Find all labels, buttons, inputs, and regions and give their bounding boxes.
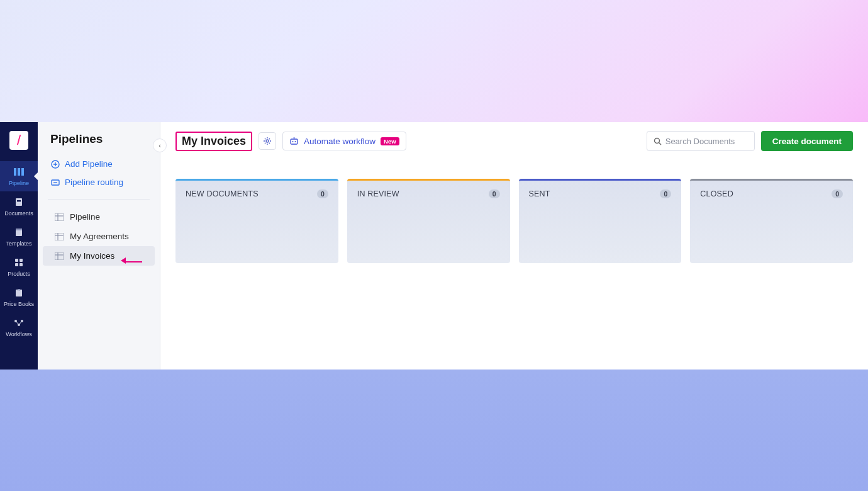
svg-rect-12	[16, 290, 22, 296]
gear-icon	[263, 137, 272, 145]
column-title: NEW DOCUMENTS	[186, 189, 259, 198]
link-label: Add Pipeline	[65, 159, 113, 169]
svg-rect-21	[55, 233, 64, 240]
nav-item-documents[interactable]: Documents	[0, 191, 38, 222]
column-count: 0	[317, 189, 328, 198]
svg-line-34	[659, 142, 661, 145]
column-new-documents[interactable]: NEW DOCUMENTS 0	[175, 179, 338, 263]
search-icon	[654, 137, 662, 145]
svg-rect-11	[19, 263, 23, 266]
svg-point-32	[294, 137, 294, 138]
templates-icon	[14, 227, 23, 238]
column-title: CLOSED	[700, 189, 733, 198]
svg-rect-28	[291, 139, 298, 144]
column-count: 0	[660, 189, 671, 198]
app-window: / Pipeline Documents Templates Products	[0, 122, 868, 370]
column-count: 0	[489, 189, 500, 198]
svg-rect-8	[15, 259, 18, 262]
background-gradient-bottom	[0, 370, 868, 491]
svg-rect-5	[17, 201, 21, 202]
nav-item-workflows[interactable]: Workflows	[0, 312, 38, 342]
nav-rail: / Pipeline Documents Templates Products	[0, 122, 38, 370]
sidebar-item-pipeline[interactable]: Pipeline	[43, 207, 155, 227]
app-logo[interactable]: /	[9, 131, 28, 150]
board-icon	[54, 233, 64, 240]
new-badge: New	[381, 137, 399, 145]
chevron-left-icon: ‹	[159, 142, 161, 149]
svg-point-33	[654, 138, 659, 143]
create-document-button[interactable]: Create document	[761, 131, 853, 151]
toolbar: My Invoices Automate workflow New	[175, 131, 853, 151]
sidebar-item-my-invoices[interactable]: My Invoices	[43, 246, 155, 266]
pipeline-icon	[14, 166, 24, 178]
add-pipeline-link[interactable]: Add Pipeline	[38, 155, 160, 173]
svg-point-27	[266, 140, 269, 142]
column-title: IN REVIEW	[357, 189, 399, 198]
column-closed[interactable]: CLOSED 0	[690, 179, 853, 263]
column-count: 0	[832, 189, 843, 198]
page-title: My Invoices	[182, 135, 246, 148]
svg-rect-0	[14, 168, 16, 176]
svg-rect-7	[16, 229, 22, 230]
robot-icon	[289, 137, 299, 145]
svg-rect-2	[21, 168, 24, 176]
svg-rect-1	[18, 168, 20, 176]
settings-button[interactable]	[259, 132, 276, 150]
column-in-review[interactable]: IN REVIEW 0	[347, 179, 510, 263]
nav-label: Templates	[6, 240, 31, 247]
nav-item-templates[interactable]: Templates	[0, 222, 38, 252]
sidebar-divider	[48, 199, 150, 200]
products-icon	[14, 257, 23, 268]
svg-rect-10	[15, 263, 18, 266]
nav-item-products[interactable]: Products	[0, 252, 38, 282]
collapse-sidebar-button[interactable]: ‹	[153, 138, 167, 152]
nav-item-price-books[interactable]: Price Books	[0, 282, 38, 312]
pipeline-routing-link[interactable]: Pipeline routing	[38, 173, 160, 191]
main-content: My Invoices Automate workflow New	[160, 122, 868, 370]
sidebar-item-label: My Invoices	[70, 251, 114, 261]
kanban-board: NEW DOCUMENTS 0 IN REVIEW 0 SENT 0 CLOSE…	[175, 179, 853, 263]
documents-icon	[14, 196, 23, 208]
link-label: Pipeline routing	[65, 178, 123, 187]
column-title: SENT	[529, 189, 550, 198]
page-title-highlight: My Invoices	[175, 132, 252, 151]
svg-point-29	[292, 141, 294, 142]
plus-circle-icon	[50, 160, 60, 169]
search-box[interactable]	[647, 131, 755, 151]
sidebar-item-label: Pipeline	[70, 212, 100, 222]
sidebar-item-my-agreements[interactable]: My Agreements	[43, 227, 155, 246]
sidebar-title: Pipelines	[38, 131, 160, 155]
nav-label: Pipeline	[9, 180, 29, 186]
nav-label: Workflows	[6, 331, 31, 337]
svg-rect-4	[17, 200, 21, 201]
svg-point-30	[295, 141, 296, 142]
sidebar: ‹ Pipelines Add Pipeline Pipeline routin…	[38, 122, 160, 370]
column-sent[interactable]: SENT 0	[519, 179, 682, 263]
slash-icon: /	[17, 132, 21, 149]
svg-rect-24	[55, 252, 64, 260]
nav-label: Price Books	[4, 301, 34, 307]
automate-workflow-button[interactable]: Automate workflow New	[282, 132, 406, 150]
board-icon	[54, 213, 64, 221]
svg-rect-9	[19, 259, 23, 262]
nav-label: Products	[8, 271, 30, 277]
routing-icon	[50, 178, 60, 187]
workflows-icon	[14, 317, 24, 329]
board-icon	[54, 252, 64, 260]
price-books-icon	[14, 287, 23, 298]
nav-label: Documents	[4, 210, 33, 217]
svg-rect-18	[55, 213, 64, 221]
sidebar-item-label: My Agreements	[70, 232, 129, 241]
search-input[interactable]	[665, 137, 748, 146]
nav-item-pipeline[interactable]: Pipeline	[0, 161, 38, 191]
button-label: Automate workflow	[304, 137, 376, 146]
